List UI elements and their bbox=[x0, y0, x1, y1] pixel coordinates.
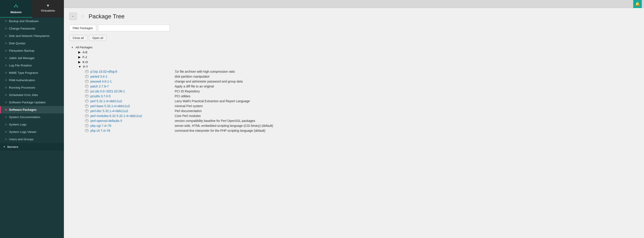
sidebar-item-label: Scheduled Cron Jobs bbox=[9, 93, 38, 97]
sidebar-item-label: Bootup and Shutdown bbox=[9, 19, 39, 23]
sidebar-item-disk-network[interactable]: Disk and Network Filesystems bbox=[0, 32, 64, 40]
tree-group-ae[interactable]: ▶ A-E bbox=[77, 50, 638, 55]
tree-group-ko[interactable]: ▶ K-O bbox=[77, 59, 638, 64]
close-all-button[interactable]: Close all bbox=[69, 35, 87, 41]
package-link[interactable]: perl-doc 5.32.1-4+deb11u2 bbox=[90, 109, 128, 113]
sidebar-section-servers[interactable]: ▼ Servers bbox=[0, 143, 64, 151]
sidebar-item-filesystem-backup[interactable]: Filesystem Backup bbox=[0, 47, 64, 54]
sidebar-item-software-updates[interactable]: Software Package Updates bbox=[0, 99, 64, 106]
sidebar-item-system-docs[interactable]: System Documentation bbox=[0, 114, 64, 121]
svg-line-24 bbox=[87, 91, 88, 92]
sidebar-item-log-rotation[interactable]: Log File Rotation bbox=[0, 62, 64, 69]
sidebar-item-running-processes[interactable]: Running Processes bbox=[0, 84, 64, 91]
sidebar-nav: Bootup and Shutdown Change Passwords Dis… bbox=[0, 17, 64, 238]
svg-line-19 bbox=[85, 86, 87, 87]
tree-root-node[interactable]: ▼ All Packages bbox=[70, 45, 638, 50]
back-button[interactable]: ← bbox=[69, 12, 77, 20]
package-description: Core Perl modules bbox=[175, 114, 638, 118]
package-description: minimal Perl system bbox=[175, 104, 638, 108]
package-row: pciutils 3.7.0-5PCI utilities bbox=[84, 94, 638, 99]
dot-icon bbox=[5, 102, 7, 103]
dot-icon bbox=[5, 124, 7, 125]
filter-packages-button[interactable]: Filter Packages bbox=[69, 25, 96, 31]
package-link[interactable]: pciutils 3.7.0-5 bbox=[90, 94, 110, 98]
sidebar-item-label: MIME Type Programs bbox=[9, 71, 38, 75]
dot-icon bbox=[5, 116, 7, 118]
svg-line-43 bbox=[85, 115, 87, 116]
webmin-tab-label: Webmin bbox=[10, 10, 22, 14]
filter-input[interactable] bbox=[98, 25, 170, 31]
sidebar-item-bootup[interactable]: Bootup and Shutdown bbox=[0, 17, 64, 25]
svg-line-35 bbox=[85, 105, 87, 106]
expand-arrow-icon: ▼ bbox=[78, 65, 81, 68]
sidebar-item-label: Log File Rotation bbox=[9, 64, 32, 67]
sidebar-item-system-logs[interactable]: System Logs bbox=[0, 121, 64, 128]
sidebar-item-disk-quotas[interactable]: Disk Quotas bbox=[0, 40, 64, 47]
package-description: PCI utilities bbox=[175, 94, 638, 98]
sidebar-item-mime[interactable]: MIME Type Programs bbox=[0, 69, 64, 77]
package-link[interactable]: php-cgi 7.4+76 bbox=[90, 124, 111, 127]
package-link[interactable]: php-cli 7.4+76 bbox=[90, 129, 110, 132]
package-link[interactable]: perl-modules-5.32 5.32.1-4+deb11u2 bbox=[90, 114, 142, 118]
package-link[interactable]: perl 5.32.1-4+deb11u2 bbox=[90, 99, 122, 103]
sidebar-item-label: Change Passwords bbox=[9, 27, 35, 30]
svg-line-40 bbox=[87, 110, 88, 111]
dot-icon bbox=[5, 109, 7, 111]
tree-group-label: K-O bbox=[82, 60, 88, 64]
tab-webmin[interactable]: Webmin bbox=[0, 0, 32, 17]
sidebar-item-change-passwords[interactable]: Change Passwords bbox=[0, 25, 64, 32]
dot-icon bbox=[5, 131, 7, 133]
filter-toolbar: Filter Packages bbox=[69, 25, 638, 31]
package-icon bbox=[85, 129, 88, 132]
svg-line-56 bbox=[87, 130, 88, 131]
sidebar-item-pam[interactable]: PAM Authentication bbox=[0, 77, 64, 84]
sidebar-item-label: Running Processes bbox=[9, 86, 35, 89]
package-link[interactable]: parted 3.4-1 bbox=[90, 75, 108, 78]
sidebar-item-system-logs-viewer[interactable]: System Logs Viewer bbox=[0, 128, 64, 135]
package-link[interactable]: perl-base 5.32.1-4+deb11u2 bbox=[90, 104, 130, 108]
svg-line-28 bbox=[87, 96, 88, 96]
package-link[interactable]: pci.ids 0.0~2021.02.08-1 bbox=[90, 90, 125, 93]
sidebar-item-jailkit[interactable]: Jailkit Jail Manager bbox=[0, 54, 64, 62]
svg-line-52 bbox=[87, 125, 88, 126]
package-description: disk partition manipulator bbox=[175, 75, 638, 78]
package-description: version compatibility baseline for Perl … bbox=[175, 119, 638, 122]
package-link[interactable]: p7zip 16.02+dfsg-8 bbox=[90, 70, 117, 73]
tab-virtualmin[interactable]: ▾ Virtualmin bbox=[32, 0, 64, 17]
svg-line-55 bbox=[85, 130, 87, 131]
notification-bell[interactable]: 🔔 bbox=[633, 0, 642, 8]
package-tree: ▼ All Packages ▶ A-E ▶ F-J ▶ K-O bbox=[70, 45, 638, 133]
sidebar-item-label: System Documentation bbox=[9, 116, 40, 119]
svg-line-44 bbox=[87, 115, 88, 116]
sidebar-item-label: Jailkit Jail Manager bbox=[9, 56, 35, 60]
svg-line-7 bbox=[85, 71, 87, 72]
svg-line-48 bbox=[87, 120, 88, 121]
expand-arrow-icon: ▶ bbox=[78, 50, 81, 54]
sidebar-item-software-packages[interactable]: Software Packages bbox=[0, 106, 64, 114]
package-row: perl-openssl-defaults 5version compatibi… bbox=[84, 118, 638, 123]
package-row: passwd 4.8.1-1change and administer pass… bbox=[84, 79, 638, 84]
open-all-button[interactable]: Open all bbox=[89, 35, 106, 41]
package-description: Larry Wall's Practical Extraction and Re… bbox=[175, 99, 638, 103]
sidebar-item-label: Disk Quotas bbox=[9, 42, 26, 45]
package-link[interactable]: perl-openssl-defaults 5 bbox=[90, 119, 122, 122]
package-link[interactable]: patch 2.7.6-7 bbox=[90, 85, 109, 88]
svg-line-36 bbox=[87, 105, 88, 106]
tree-group-pt[interactable]: ▼ P-T bbox=[77, 64, 638, 69]
svg-line-8 bbox=[87, 71, 88, 72]
tree-children: ▶ A-E ▶ F-J ▶ K-O ▼ P-T bbox=[77, 50, 638, 133]
sidebar-item-users-groups[interactable]: Users and Groups bbox=[0, 135, 64, 143]
dot-icon bbox=[5, 72, 7, 74]
package-description: Apply a diff file to an original bbox=[175, 85, 638, 88]
dot-icon bbox=[5, 50, 7, 51]
tree-group-fj[interactable]: ▶ F-J bbox=[77, 55, 638, 59]
expand-arrow-icon: ▶ bbox=[78, 60, 81, 64]
svg-line-31 bbox=[85, 101, 87, 101]
svg-line-16 bbox=[87, 81, 88, 82]
favorite-star-icon[interactable]: ☆ bbox=[80, 13, 85, 19]
sidebar-item-label: System Logs Viewer bbox=[9, 130, 36, 133]
sidebar-item-label: System Logs bbox=[9, 123, 26, 126]
package-link[interactable]: passwd 4.8.1-1 bbox=[90, 80, 112, 83]
sidebar-item-label: Software Packages bbox=[9, 108, 36, 112]
sidebar-item-cron[interactable]: Scheduled Cron Jobs bbox=[0, 91, 64, 99]
